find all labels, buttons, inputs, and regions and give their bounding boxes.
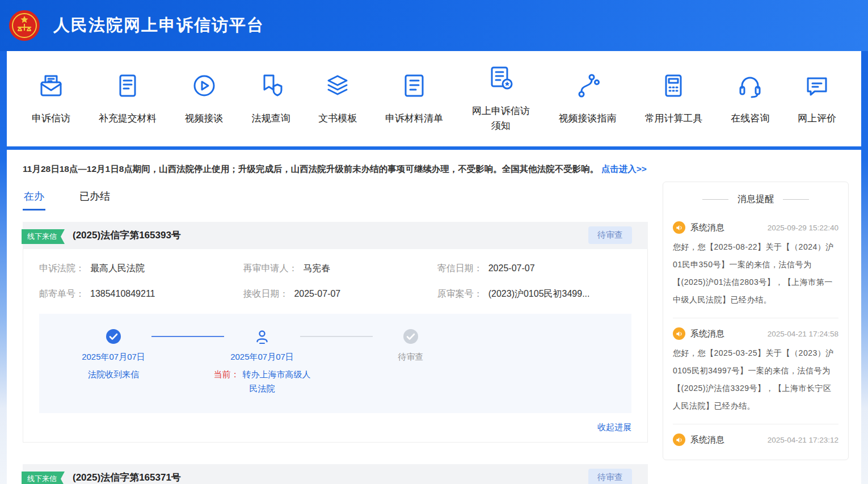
nav-item-supplement-materials[interactable]: 补充提交材料 <box>99 72 157 126</box>
offline-letter-tag: 线下来信 <box>22 229 65 244</box>
nav-item-law-search[interactable]: 法规查询 <box>251 72 290 126</box>
message-head: 系统消息 2025-04-21 17:23:12 <box>673 427 838 451</box>
top-navigation: 申诉信访 补充提交材料 视频接谈 法规查询 文书模板 申诉材料清单 网上申诉信访… <box>7 51 861 146</box>
document-icon <box>114 72 141 102</box>
field-mail-date: 寄信日期：2025-07-07 <box>437 263 631 275</box>
messages-column: 消息提醒 系统消息 2025-09-29 15:22:40 您好，您【2025-… <box>663 158 849 484</box>
nav-label: 申诉信访 <box>32 111 70 126</box>
calculator-icon <box>660 72 687 102</box>
timeline-connector-done <box>151 336 224 337</box>
message-text: 您好，您【2025-08-22】关于【（2024）沪01民申350号】一案的来信… <box>673 238 838 309</box>
nav-label: 法规查询 <box>251 111 290 126</box>
law-shield-icon <box>257 72 284 102</box>
case-number: (2025)法信字第165371号 <box>73 471 181 484</box>
case-header[interactable]: 线下来信 (2025)法信字第165371号 待审查 <box>23 464 648 484</box>
field-tracking-number: 邮寄单号：1385410849211 <box>39 288 243 300</box>
nav-item-online-consult[interactable]: 在线咨询 <box>731 72 769 126</box>
nav-item-petition-notice[interactable]: 网上申诉信访须知 <box>471 65 530 133</box>
timeline-step-received: 2025年07月07日 法院收到来信 <box>39 329 188 396</box>
timeline-steps: 2025年07月07日 法院收到来信 2025年07月07日 当前：转办上海市高… <box>39 329 631 396</box>
check-circle-gray-icon <box>403 329 419 344</box>
app-header: 人民法院网上申诉信访平台 <box>0 0 868 51</box>
speaker-icon <box>673 327 685 340</box>
notice-enter-link[interactable]: 点击进入>> <box>601 164 647 174</box>
field-receive-date: 接收日期：2025-07-07 <box>243 288 437 300</box>
message-text: 您好，您【2025-03-25】关于【（2023）沪0105民初34997号】一… <box>673 344 838 415</box>
case-header[interactable]: 线下来信 (2025)法信字第165393号 待审查 <box>23 222 648 249</box>
nav-label: 申诉材料清单 <box>385 111 443 126</box>
case-number: (2025)法信字第165393号 <box>73 229 181 242</box>
cases-column: 11月28日18点—12月1日8点期间，山西法院停止使用；升级完成后，山西法院升… <box>23 158 648 484</box>
nav-item-video-interview[interactable]: 视频接谈 <box>185 72 224 126</box>
message-type: 系统消息 <box>690 435 724 445</box>
collapse-progress-link[interactable]: 收起进展 <box>39 422 631 433</box>
system-notice: 11月28日18点—12月1日8点期间，山西法院停止使用；升级完成后，山西法院升… <box>23 161 648 177</box>
message-head: 系统消息 2025-09-29 15:22:40 <box>673 214 838 238</box>
message-panel-title: 消息提醒 <box>738 193 774 205</box>
speaker-icon <box>673 434 685 446</box>
message-item[interactable]: 系统消息 2025-09-29 15:22:40 您好，您【2025-08-22… <box>673 212 838 318</box>
timeline-connector-pending <box>300 336 373 337</box>
message-panel: 消息提醒 系统消息 2025-09-29 15:22:40 您好，您【2025-… <box>663 182 849 460</box>
offline-letter-tag: 线下来信 <box>22 472 65 484</box>
case-fields: 申诉法院：最高人民法院 再审申请人：马宪春 寄信日期：2025-07-07 邮寄… <box>39 263 631 300</box>
tab-completed[interactable]: 已办结 <box>78 186 111 211</box>
nav-label: 常用计算工具 <box>644 111 702 126</box>
page-title: 人民法院网上申诉信访平台 <box>53 14 264 37</box>
message-type: 系统消息 <box>690 222 724 233</box>
check-circle-icon <box>106 329 121 344</box>
timeline-pending-label: 待审查 <box>398 352 424 363</box>
progress-timeline: 2025年07月07日 法院收到来信 2025年07月07日 当前：转办上海市高… <box>39 314 631 413</box>
nav-label: 网上评价 <box>798 111 836 126</box>
nav-item-calculator-tools[interactable]: 常用计算工具 <box>644 72 702 126</box>
field-original-case-no: 原审案号：(2023)沪0105民初3499... <box>437 288 631 300</box>
timeline-date: 2025年07月07日 <box>230 352 294 363</box>
status-badge: 待审查 <box>588 226 632 244</box>
timeline-label: 当前：转办上海市高级人民法院 <box>210 367 314 396</box>
nav-label: 视频接谈指南 <box>559 111 617 126</box>
nav-label: 补充提交材料 <box>99 111 157 126</box>
message-type: 系统消息 <box>690 329 724 339</box>
speaker-icon <box>673 221 685 234</box>
notice-text: 11月28日18点—12月1日8点期间，山西法院停止使用；升级完成后，山西法院升… <box>23 164 599 174</box>
timeline-date: 2025年07月07日 <box>82 352 145 363</box>
nav-label: 网上申诉信访须知 <box>471 104 530 133</box>
message-item[interactable]: 系统消息 2025-04-21 17:24:58 您好，您【2025-03-25… <box>673 318 838 424</box>
chat-icon <box>803 72 831 102</box>
message-time: 2025-04-21 17:23:12 <box>768 436 838 444</box>
nav-label: 在线咨询 <box>731 111 769 126</box>
timeline-step-review: 待审查 <box>336 329 485 396</box>
notice-badge-icon <box>487 65 515 94</box>
checklist-icon <box>401 72 428 102</box>
case-card: 线下来信 (2025)法信字第165371号 待审查 <box>23 464 648 484</box>
nav-label: 文书模板 <box>318 111 357 126</box>
play-circle-icon <box>191 72 218 102</box>
message-item[interactable]: 系统消息 2025-04-21 17:23:12 <box>673 424 838 460</box>
decorative-dash <box>702 199 728 200</box>
timeline-label-text: 转办上海市高级人民法院 <box>243 369 311 394</box>
current-marker: 当前： <box>214 369 239 379</box>
person-pin-icon <box>254 329 270 344</box>
nav-item-online-review[interactable]: 网上评价 <box>798 72 836 126</box>
message-panel-header: 消息提醒 <box>663 182 848 212</box>
nav-item-document-templates[interactable]: 文书模板 <box>318 72 357 126</box>
status-badge: 待审查 <box>588 469 632 484</box>
nav-item-material-checklist[interactable]: 申诉材料清单 <box>385 72 443 126</box>
headset-icon <box>736 72 764 102</box>
field-petition-court: 申诉法院：最高人民法院 <box>39 263 243 275</box>
route-icon <box>574 72 601 102</box>
case-tabs: 在办 已办结 <box>23 186 648 211</box>
case-body: 申诉法院：最高人民法院 再审申请人：马宪春 寄信日期：2025-07-07 邮寄… <box>23 249 648 443</box>
message-head: 系统消息 2025-04-21 17:24:58 <box>673 321 838 344</box>
message-time: 2025-04-21 17:24:58 <box>768 330 838 338</box>
nav-label: 视频接谈 <box>185 111 224 126</box>
tab-in-progress[interactable]: 在办 <box>23 186 45 211</box>
court-emblem-logo <box>8 9 41 42</box>
nav-item-petition[interactable]: 申诉信访 <box>32 72 70 126</box>
case-card: 线下来信 (2025)法信字第165393号 待审查 申诉法院：最高人民法院 再… <box>23 222 648 443</box>
main-content: 11月28日18点—12月1日8点期间，山西法院停止使用；升级完成后，山西法院升… <box>7 150 861 484</box>
timeline-step-transferred: 2025年07月07日 当前：转办上海市高级人民法院 <box>188 329 336 396</box>
timeline-label: 法院收到来信 <box>62 367 165 382</box>
mail-icon <box>37 72 65 102</box>
nav-item-video-guide[interactable]: 视频接谈指南 <box>559 72 617 126</box>
